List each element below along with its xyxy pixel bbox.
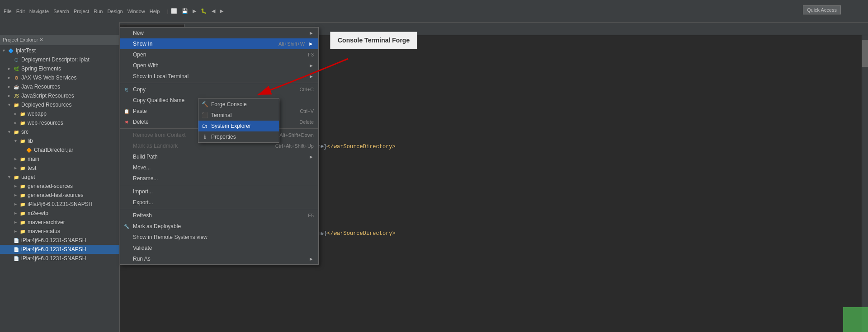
tree-label-iplat3: iPlat4j6-6.0.1231-SNAPSH (21, 255, 86, 262)
tree-item-iplat-file2[interactable]: 📄 iPlat4j6-6.0.1231-SNAPSH (0, 245, 119, 254)
tree-label-iplat-folder: iPlat4j6-6.0.1231-SNAPSH (28, 201, 92, 207)
edit-menu[interactable]: Edit (14, 7, 27, 15)
menu-item-move[interactable]: Move... (120, 162, 318, 173)
menu-label-paste: Paste (133, 108, 147, 114)
submenu-item-system-explorer[interactable]: 🗂 System Explorer (198, 121, 279, 131)
tree-item-spring[interactable]: ► 🌿 Spring Elements (0, 64, 119, 73)
tree-item-main[interactable]: ► 📁 main (0, 154, 119, 164)
webapp-icon: 📁 (19, 110, 26, 117)
menu-item-export[interactable]: Export... (120, 197, 318, 208)
tree-item-gen-test-src[interactable]: ► 📁 generated-test-sources (0, 191, 119, 200)
jaxws-icon: ⚙ (13, 74, 20, 81)
menu-arrow-new: ► (309, 30, 314, 36)
search-menu[interactable]: Search (52, 7, 71, 15)
tree-item-m2e[interactable]: ► 📁 m2e-wtp (0, 209, 119, 218)
tree-label-iplattest: iplatTest (16, 47, 36, 54)
tree-item-archiver[interactable]: ► 📁 maven-archiver (0, 218, 119, 227)
tree-item-lib[interactable]: ▼ 📁 lib (0, 136, 119, 145)
menu-item-copy[interactable]: ⎘ Copy Ctrl+C (120, 84, 318, 95)
menu-item-show-in[interactable]: Show In Alt+Shift+W ► (120, 38, 318, 49)
tree-item-iplat-file1[interactable]: 📄 iPlat4j6-6.0.1231-SNAPSH (0, 236, 119, 245)
menu-item-new[interactable]: New ► (120, 28, 318, 38)
gensrc-icon: 📁 (19, 182, 26, 190)
tree-item-iplat-file3[interactable]: 📄 iPlat4j6-6.0.1231-SNAPSH (0, 254, 119, 263)
forward-icon[interactable]: ▶ (218, 7, 225, 15)
context-menu: New ► Show In Alt+Shift+W ► Open F3 Open… (120, 27, 319, 265)
save-icon[interactable]: 💾 (180, 7, 190, 15)
tree-item-deployment[interactable]: ⬡ Deployment Descriptor: iplat (0, 55, 119, 64)
tree-item-web-resources[interactable]: ► 📁 web-resources (0, 118, 119, 127)
tree-item-js-resources[interactable]: ► JS JavaScript Resources (0, 91, 119, 100)
scrollbar-thumb[interactable] (862, 40, 868, 67)
menu-item-mark-deployable[interactable]: 🔧 Mark as Deployable (120, 221, 318, 232)
deployed-folder-icon: 📁 (13, 101, 20, 108)
new-icon[interactable]: ⬜ (169, 7, 179, 15)
menu-label-show-in: Show In (133, 41, 152, 47)
menu-arrow-open-with: ► (309, 63, 314, 68)
explorer-icon: 🗂 (201, 122, 208, 130)
tree-item-target[interactable]: ▼ 📁 target (0, 173, 119, 182)
quick-access-bar[interactable]: Quick Access (803, 5, 841, 14)
menu-item-run-as[interactable]: Run As ► (120, 253, 318, 264)
tree-item-src[interactable]: ▼ 📁 src (0, 127, 119, 136)
tree-label-jaxws: JAX-WS Web Services (21, 75, 76, 81)
tree-label-lib: lib (28, 138, 33, 144)
tree-item-gen-src[interactable]: ► 📁 generated-sources (0, 182, 119, 191)
window-menu[interactable]: Window (126, 7, 147, 15)
tree-label-deployment: Deployment Descriptor: iplat (21, 56, 90, 63)
chevron-java: ► (7, 84, 12, 89)
tree-label-main: main (28, 156, 39, 162)
file-menu[interactable]: File (2, 7, 14, 15)
menu-item-rename[interactable]: Rename... (120, 173, 318, 184)
tree-item-iplattest[interactable]: ▼ 🔷 iplatTest (0, 46, 119, 55)
menu-item-show-remote[interactable]: Show in Remote Systems view (120, 232, 318, 243)
menu-item-open-with[interactable]: Open With ► (120, 60, 318, 71)
submenu-item-properties[interactable]: ℹ Properties (198, 131, 279, 142)
tree-item-maven-status[interactable]: ► 📁 maven-status (0, 227, 119, 236)
tree-item-chartdir[interactable]: 🔶 ChartDirector.jar (0, 145, 119, 154)
tree-label-java: Java Resources (21, 84, 60, 90)
editor-scrollbar[interactable] (862, 35, 868, 332)
debug-icon[interactable]: 🐛 (199, 7, 209, 15)
chevron-webres: ► (14, 121, 18, 125)
menu-item-validate[interactable]: Validate (120, 243, 318, 253)
callout-line1: Console Terminal Forge (338, 37, 410, 44)
chevron-deployed: ▼ (7, 103, 12, 107)
menu-item-import[interactable]: Import... (120, 186, 318, 197)
watermark (843, 307, 868, 332)
tree-item-webapp[interactable]: ► 📁 webapp (0, 109, 119, 118)
submenu-item-forge-console[interactable]: 🔨 Forge Console (198, 99, 279, 110)
back-icon[interactable]: ◀ (210, 7, 217, 15)
menu-item-show-local-terminal[interactable]: Show in Local Terminal ► (120, 71, 318, 82)
project-menu[interactable]: Project (72, 7, 91, 15)
chevron-lib: ▼ (14, 139, 18, 143)
submenu-label-terminal: Terminal (211, 112, 231, 118)
spring-icon: 🌿 (13, 65, 20, 72)
tree-item-iplat-folder[interactable]: ► 📁 iPlat4j6-6.0.1231-SNAPSH (0, 200, 119, 209)
tree-item-deployed-resources[interactable]: ▼ 📁 Deployed Resources (0, 100, 119, 109)
forge-icon: 🔨 (201, 101, 208, 108)
navigate-menu[interactable]: Navigate (28, 7, 51, 15)
menu-shortcut-delete: Delete (299, 119, 314, 125)
menu-shortcut-show-in: Alt+Shift+W (278, 41, 305, 47)
menu-item-refresh[interactable]: Refresh F5 (120, 210, 318, 221)
iplat-folder-icon: 📁 (19, 201, 26, 208)
menu-item-build-path[interactable]: Build Path ► (120, 151, 318, 162)
run-menu[interactable]: Run (92, 7, 104, 15)
project-tree[interactable]: ▼ 🔷 iplatTest ⬡ Deployment Descriptor: i… (0, 45, 119, 332)
tree-item-jaxws[interactable]: ► ⚙ JAX-WS Web Services (0, 73, 119, 82)
run-icon[interactable]: ▶ (191, 7, 198, 15)
tree-item-java-resources[interactable]: ► ☕ Java Resources (0, 82, 119, 91)
menu-arrow-local: ► (309, 74, 314, 79)
menu-label-export: Export... (133, 199, 153, 206)
menu-sep-4 (120, 209, 318, 209)
menu-label-validate: Validate (133, 245, 152, 251)
tree-item-test[interactable]: ► 📁 test (0, 164, 119, 173)
submenu-item-terminal[interactable]: ⬛ Terminal (198, 110, 279, 121)
help-menu[interactable]: Help (148, 7, 162, 15)
explorer-tab-area (0, 22, 120, 35)
design-menu[interactable]: Design (105, 7, 124, 15)
menu-arrow-show-in: ► (308, 41, 314, 47)
menu-item-open[interactable]: Open F3 (120, 49, 318, 60)
submenu-label-properties: Properties (211, 134, 236, 140)
